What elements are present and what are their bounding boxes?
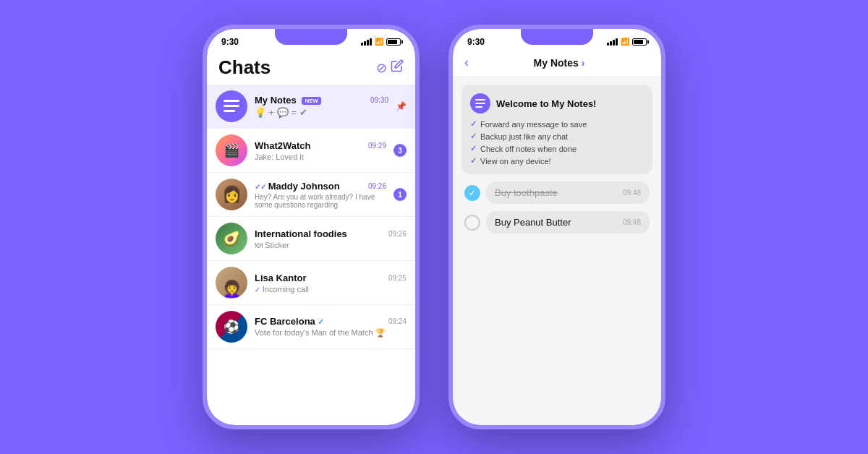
svg-rect-0 <box>224 100 239 102</box>
wifi-icon-2: 📶 <box>621 38 629 46</box>
welcome-item-2: Backup just like any chat <box>470 132 644 141</box>
notes-header: ‹ My Notes › <box>453 52 661 76</box>
chat-name-intl: International foodies <box>255 228 347 239</box>
chat-top-w2w: What2Watch 09:29 <box>255 140 386 151</box>
svg-rect-4 <box>475 103 485 104</box>
notes-avatar-small <box>470 93 490 113</box>
welcome-card-header: Welcome to My Notes! <box>470 93 644 113</box>
chat-preview-w2w: Jake: Loved it <box>255 153 386 161</box>
avatar-fcb: ⚽ <box>216 311 247 343</box>
welcome-card: Welcome to My Notes! Forward any message… <box>461 85 652 174</box>
avatar-mynotes <box>216 90 247 122</box>
chat-name-maddy: ✓✓ Maddy Johnson <box>255 181 340 192</box>
welcome-item-3: Check off notes when done <box>470 144 644 153</box>
welcome-list: Forward any message to save Backup just … <box>470 119 644 166</box>
chat-item-maddy[interactable]: 👩 ✓✓ Maddy Johnson 09:26 Hey? Are you at… <box>207 173 415 217</box>
chat-item-intl[interactable]: 🥑 International foodies 09:26 🍽 Sticker <box>207 217 415 261</box>
status-icons-1: 📶 <box>361 38 401 46</box>
pin-icon: 📌 <box>396 101 407 111</box>
chat-time-intl: 09:26 <box>388 230 407 238</box>
battery-icon <box>386 38 401 46</box>
welcome-title: Welcome to My Notes! <box>496 98 596 109</box>
chat-preview-mynotes: 💡 + 💬 = ✔ <box>255 107 388 118</box>
phone-notch <box>275 29 347 45</box>
chat-top-maddy: ✓✓ Maddy Johnson 09:26 <box>255 181 386 192</box>
chat-content-mynotes: My Notes NEW 09:30 💡 + 💬 = ✔ <box>255 95 388 118</box>
chat-preview-intl: 🍽 Sticker <box>255 241 407 249</box>
unread-badge-w2w: 3 <box>393 144 407 157</box>
chat-name-fcb: FC Barcelona ✓ <box>255 316 324 327</box>
chat-name-mynotes: My Notes NEW <box>255 95 321 106</box>
chat-top-intl: International foodies 09:26 <box>255 228 407 239</box>
todo-item-1[interactable]: ✓ Buy toothpaste 09:48 <box>461 181 652 204</box>
status-icons-2: 📶 <box>607 38 647 46</box>
chat-name-w2w: What2Watch <box>255 140 311 151</box>
todo-check-1[interactable]: ✓ <box>464 185 480 201</box>
avatar-intl: 🥑 <box>216 223 247 254</box>
todo-text-1: Buy toothpaste <box>495 187 558 198</box>
todo-check-2[interactable] <box>464 215 480 231</box>
avatar-w2w: 🎬 <box>216 134 247 166</box>
welcome-item-1: Forward any message to save <box>470 119 644 129</box>
todo-bubble-2: Buy Peanut Butter 09:48 <box>486 211 650 234</box>
chevron-icon: › <box>582 57 585 69</box>
notes-screen-title: My Notes › <box>469 57 650 69</box>
chat-top-fcb: FC Barcelona ✓ 09:24 <box>255 316 407 327</box>
chat-list: My Notes NEW 09:30 💡 + 💬 = ✔ 📌 🎬 <box>207 85 415 425</box>
notes-body: Welcome to My Notes! Forward any message… <box>453 76 661 425</box>
chat-preview-maddy: Hey? Are you at work already? I have som… <box>255 193 386 209</box>
chat-name-lisa: Lisa Kantor <box>255 273 307 283</box>
chat-item-mynotes[interactable]: My Notes NEW 09:30 💡 + 💬 = ✔ 📌 <box>207 85 415 129</box>
signal-icon-2 <box>607 38 618 46</box>
double-check-maddy: ✓✓ <box>255 183 268 191</box>
chat-item-w2w[interactable]: 🎬 What2Watch 09:29 Jake: Loved it 3 <box>207 129 415 173</box>
phone-notes: 9:30 📶 ‹ My Notes › <box>448 25 665 429</box>
todo-item-2[interactable]: Buy Peanut Butter 09:48 <box>461 211 652 234</box>
todo-time-2: 09:48 <box>623 218 641 226</box>
chat-item-fcb[interactable]: ⚽ FC Barcelona ✓ 09:24 Vote for today's … <box>207 305 415 349</box>
status-time-2: 9:30 <box>467 37 485 47</box>
unread-badge-maddy: 1 <box>393 188 407 201</box>
chat-content-lisa: Lisa Kantor 09:25 ✓ Incoming call <box>255 273 407 294</box>
chat-top-lisa: Lisa Kantor 09:25 <box>255 273 407 283</box>
compose-icon[interactable]: ⊘ <box>376 59 404 76</box>
chat-time-fcb: 09:24 <box>388 317 407 325</box>
phone-notch-2 <box>521 29 593 45</box>
chats-header: Chats ⊘ <box>207 52 415 85</box>
double-check-lisa: ✓ <box>255 286 263 294</box>
chat-time-maddy: 09:26 <box>368 182 386 190</box>
chat-time-w2w: 09:29 <box>368 142 386 150</box>
todo-time-1: 09:48 <box>623 189 641 197</box>
welcome-item-4: View on any device! <box>470 156 644 166</box>
battery-icon-2 <box>632 38 647 46</box>
signal-icon <box>361 38 372 46</box>
chat-content-maddy: ✓✓ Maddy Johnson 09:26 Hey? Are you at w… <box>255 181 386 209</box>
chat-preview-fcb: Vote for today's Man of the Match 🏆 <box>255 328 407 338</box>
phone-chats: 9:30 📶 Chats ⊘ <box>203 25 420 429</box>
chat-item-lisa[interactable]: 👩‍🦱 Lisa Kantor 09:25 ✓ Incoming call <box>207 261 415 305</box>
todo-text-2: Buy Peanut Butter <box>495 217 571 228</box>
todo-bubble-1: Buy toothpaste 09:48 <box>486 181 650 204</box>
svg-rect-1 <box>224 105 239 107</box>
svg-rect-5 <box>475 106 482 108</box>
chat-top-mynotes: My Notes NEW 09:30 <box>255 95 388 106</box>
verified-badge: ✓ <box>318 317 324 326</box>
avatar-lisa: 👩‍🦱 <box>216 267 247 299</box>
chat-content-intl: International foodies 09:26 🍽 Sticker <box>255 228 407 249</box>
wifi-icon: 📶 <box>375 38 383 46</box>
chats-title: Chats <box>218 56 271 79</box>
chat-time-lisa: 09:25 <box>388 274 407 282</box>
chat-content-fcb: FC Barcelona ✓ 09:24 Vote for today's Ma… <box>255 316 407 338</box>
svg-rect-3 <box>475 99 485 100</box>
chat-preview-lisa: ✓ Incoming call <box>255 285 407 294</box>
new-badge: NEW <box>302 97 321 105</box>
avatar-maddy: 👩 <box>216 179 247 210</box>
chat-time-mynotes: 09:30 <box>370 96 388 104</box>
status-time-1: 9:30 <box>221 37 239 47</box>
chat-content-w2w: What2Watch 09:29 Jake: Loved it <box>255 140 386 161</box>
svg-rect-2 <box>224 110 235 112</box>
